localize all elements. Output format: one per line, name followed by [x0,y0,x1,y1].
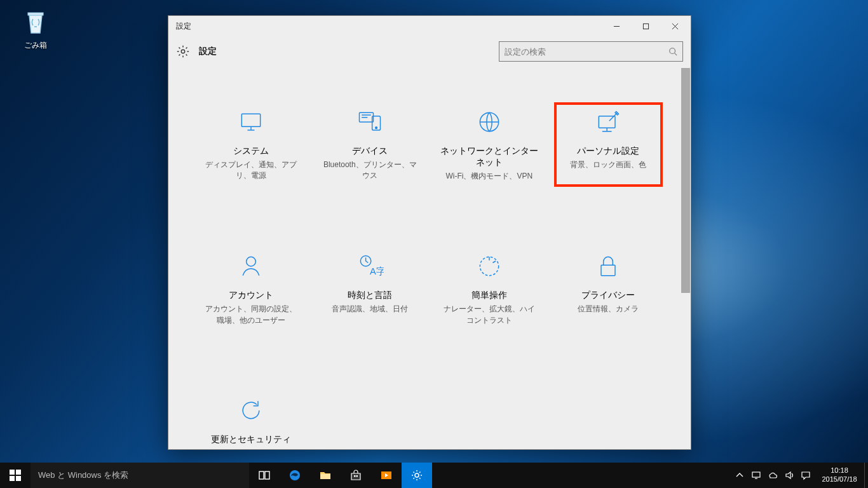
edge-icon [288,469,301,482]
tile-time-language[interactable]: A字 時刻と言語 音声認識、地域、日付 [317,248,424,330]
titlebar[interactable]: 設定 [168,16,691,36]
tile-desc: ナレーター、拡大鏡、ハイコントラスト [437,304,541,326]
tile-label: 時刻と言語 [318,290,423,301]
ease-of-access-icon [437,252,541,281]
system-tray[interactable] [731,463,815,488]
tile-ease-of-access[interactable]: 簡単操作 ナレーター、拡大鏡、ハイコントラスト [436,248,543,330]
tile-desc: ディスプレイ、通知、アプリ、電源 [199,159,303,182]
tile-update-security[interactable]: 更新とセキュリティ Windows Update、回復 [198,392,304,449]
media-icon [380,469,393,482]
task-view-icon [258,469,271,482]
svg-rect-3 [241,114,260,126]
svg-text:A字: A字 [370,266,384,276]
settings-window: 設定 設定 [168,15,691,450]
taskbar-apps [249,463,432,488]
svg-rect-13 [601,266,615,276]
taskbar-search[interactable]: Web と Windows を検索 [31,463,249,488]
system-icon [199,107,303,137]
taskbar-search-placeholder: Web と Windows を検索 [38,470,128,481]
close-icon [672,23,679,30]
tile-system[interactable]: システム ディスプレイ、通知、アプリ、電源 [198,104,304,186]
clock-time: 10:18 [815,466,864,475]
tile-devices[interactable]: デバイス Bluetooth、プリンター、マウス [317,104,424,186]
svg-rect-16 [10,476,15,481]
tile-label: ネットワークとインターネット [437,146,541,168]
svg-rect-19 [265,471,269,479]
recycle-bin-icon [20,6,51,37]
volume-tray-icon[interactable] [784,470,794,480]
store-button[interactable] [341,463,371,488]
close-button[interactable] [660,16,689,36]
tile-label: システム [199,146,303,157]
taskbar: Web と Windows を検索 [0,463,868,488]
svg-point-2 [670,48,675,54]
content-area: システム ディスプレイ、通知、アプリ、電源 デバイス Bluetooth、プリン… [168,67,691,449]
file-explorer-button[interactable] [310,463,341,488]
desktop: ごみ箱 設定 設定 [0,0,868,488]
start-button[interactable] [0,463,31,488]
svg-point-24 [415,473,419,477]
maximize-button[interactable] [631,16,660,36]
lock-icon [557,252,661,281]
search-box[interactable] [499,41,683,62]
gear-icon [176,44,190,58]
tile-desc: アカウント、同期の設定、職場、他のユーザー [199,304,303,326]
tile-desc: Wi-Fi、機内モード、VPN [437,171,541,182]
recycle-bin-label: ごみ箱 [11,40,60,51]
tile-desc: 位置情報、カメラ [557,304,661,315]
tile-label: 簡単操作 [437,290,541,301]
svg-rect-25 [752,472,760,477]
taskbar-spacer [432,463,731,488]
svg-rect-15 [16,470,21,475]
maximize-icon [642,23,649,30]
search-input[interactable] [505,47,668,57]
svg-rect-0 [643,24,648,29]
globe-icon [437,107,541,137]
tile-desc: 背景、ロック画面、色 [557,159,661,170]
edge-button[interactable] [280,463,310,488]
svg-rect-18 [259,471,264,479]
accounts-icon [199,252,303,281]
tile-accounts[interactable]: アカウント アカウント、同期の設定、職場、他のユーザー [198,248,304,330]
task-view-button[interactable] [249,463,280,488]
tile-desc: 音声認識、地域、日付 [318,304,423,315]
search-icon [668,47,677,56]
svg-point-1 [181,50,185,53]
svg-rect-14 [10,470,15,475]
media-button[interactable] [371,463,402,488]
minimize-button[interactable] [602,16,631,36]
tile-label: アカウント [199,290,303,301]
tile-label: プライバシー [557,290,661,301]
devices-icon [318,107,423,137]
scrollbar-thumb[interactable] [681,68,690,293]
window-title: 設定 [176,21,602,32]
svg-point-6 [376,127,377,129]
tile-desc: Bluetooth、プリンター、マウス [318,159,423,182]
time-language-icon: A字 [318,252,423,281]
tile-desc: Windows Update、回復 [199,448,303,449]
tray-chevron-up-icon[interactable] [735,470,745,480]
clock-date: 2015/07/18 [815,475,864,484]
show-desktop-button[interactable] [864,463,868,488]
tile-label: パーソナル設定 [557,146,661,157]
action-center-tray-icon[interactable] [801,470,811,480]
minimize-icon [613,23,620,30]
settings-grid: システム ディスプレイ、通知、アプリ、電源 デバイス Bluetooth、プリン… [168,67,691,449]
windows-icon [9,469,22,482]
tile-personalization[interactable]: パーソナル設定 背景、ロック画面、色 [555,104,662,186]
folder-icon [319,469,332,482]
settings-taskbar-button[interactable] [402,463,432,488]
network-tray-icon[interactable] [751,470,761,480]
store-icon [349,469,362,482]
tile-label: 更新とセキュリティ [199,434,303,445]
taskbar-clock[interactable]: 10:18 2015/07/18 [815,463,864,488]
tile-network[interactable]: ネットワークとインターネット Wi-Fi、機内モード、VPN [436,104,543,186]
recycle-bin[interactable]: ごみ箱 [11,6,60,51]
update-icon [199,396,303,425]
onedrive-tray-icon[interactable] [768,470,778,480]
svg-rect-22 [356,475,358,477]
svg-rect-21 [354,475,356,477]
tile-privacy[interactable]: プライバシー 位置情報、カメラ [555,248,662,330]
tile-label: デバイス [318,146,423,157]
page-heading: 設定 [199,46,499,57]
